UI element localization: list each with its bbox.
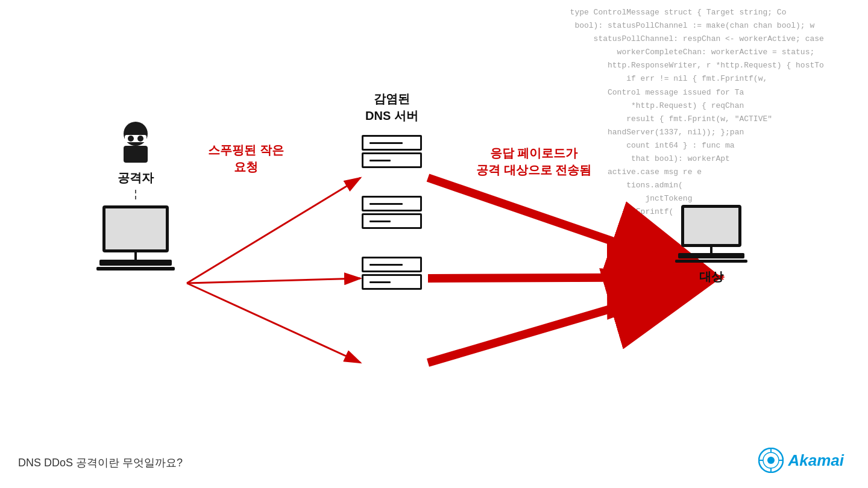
attacker-computer [96, 205, 175, 271]
attacker-connector [135, 190, 136, 199]
dns-server-1 [362, 135, 422, 168]
svg-point-11 [137, 136, 143, 142]
dns-group: 감염된 DNS 서버 [362, 90, 422, 290]
svg-point-15 [767, 457, 775, 464]
svg-line-4 [187, 283, 360, 363]
target-screen [681, 205, 741, 247]
server-unit-top [362, 135, 422, 151]
attacker-label: 공격자 [118, 170, 154, 186]
akamai-text: Akamai [788, 451, 844, 470]
dns-servers-list [362, 135, 422, 290]
svg-line-5 [428, 178, 708, 274]
target-neck [710, 247, 712, 253]
target-label: 대상 [699, 269, 723, 285]
server-unit-bottom [362, 152, 422, 168]
hacker-icon [118, 120, 154, 163]
dns-server-2 [362, 196, 422, 229]
computer-neck [134, 252, 137, 260]
server-unit-3-top [362, 257, 422, 272]
server-unit-3-bottom [362, 274, 422, 290]
svg-rect-12 [124, 146, 148, 163]
attacker-group: 공격자 [96, 120, 175, 271]
dns-server-3 [362, 257, 422, 290]
dns-label: 감염된 DNS 서버 [365, 90, 418, 124]
arrow-label-left: 스푸핑된 작은 요청 [208, 142, 284, 175]
akamai-logo: Akamai [758, 448, 844, 473]
svg-point-10 [128, 136, 134, 142]
target-computer [675, 205, 747, 263]
svg-line-7 [428, 280, 708, 363]
svg-line-2 [187, 178, 360, 283]
akamai-icon [758, 448, 784, 473]
computer-screen [102, 205, 169, 252]
bottom-label: DNS DDoS 공격이란 무엇일까요? [18, 455, 183, 470]
computer-base-bottom [96, 267, 175, 271]
server-unit-2-top [362, 196, 422, 211]
computer-base [99, 260, 172, 266]
target-group: 대상 [675, 205, 747, 285]
server-unit-2-bottom [362, 213, 422, 229]
svg-line-6 [428, 277, 708, 278]
target-base-bottom [675, 260, 747, 263]
svg-line-3 [187, 278, 360, 283]
target-base [678, 253, 744, 258]
arrow-label-right: 응답 페이로드가 공격 대상으로 전송됨 [476, 145, 591, 178]
